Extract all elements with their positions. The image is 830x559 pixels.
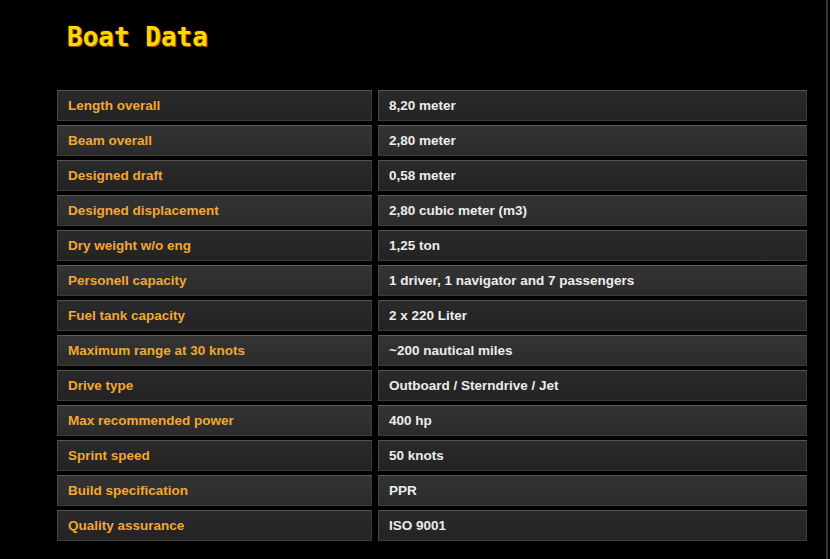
table-row: Fuel tank capacity 2 x 220 Liter — [57, 300, 807, 331]
spec-value: 1,25 ton — [378, 230, 807, 261]
spec-value: 2,80 meter — [378, 125, 807, 156]
table-row: Length overall 8,20 meter — [57, 90, 807, 121]
spec-label: Sprint speed — [57, 440, 372, 471]
page-title: Boat Data — [67, 22, 208, 53]
spec-label: Dry weight w/o eng — [57, 230, 372, 261]
spec-label: Personell capacity — [57, 265, 372, 296]
spec-label: Designed displacement — [57, 195, 372, 226]
spec-label: Drive type — [57, 370, 372, 401]
spec-label: Max recommended power — [57, 405, 372, 436]
spec-value: 50 knots — [378, 440, 807, 471]
spec-value: 0,58 meter — [378, 160, 807, 191]
spec-value: PPR — [378, 475, 807, 506]
table-row: Maximum range at 30 knots ~200 nautical … — [57, 335, 807, 366]
spec-value: 2 x 220 Liter — [378, 300, 807, 331]
table-row: Sprint speed 50 knots — [57, 440, 807, 471]
spec-value: Outboard / Sterndrive / Jet — [378, 370, 807, 401]
boat-data-table: Length overall 8,20 meter Beam overall 2… — [57, 90, 807, 545]
right-edge-line — [826, 0, 828, 559]
spec-label: Maximum range at 30 knots — [57, 335, 372, 366]
spec-value: ISO 9001 — [378, 510, 807, 541]
spec-value: 8,20 meter — [378, 90, 807, 121]
table-row: Dry weight w/o eng 1,25 ton — [57, 230, 807, 261]
spec-label: Beam overall — [57, 125, 372, 156]
page: Boat Data Length overall 8,20 meter Beam… — [0, 0, 830, 559]
spec-value: 1 driver, 1 navigator and 7 passengers — [378, 265, 807, 296]
spec-label: Designed draft — [57, 160, 372, 191]
spec-label: Length overall — [57, 90, 372, 121]
table-row: Quality assurance ISO 9001 — [57, 510, 807, 541]
table-row: Max recommended power 400 hp — [57, 405, 807, 436]
spec-value: 2,80 cubic meter (m3) — [378, 195, 807, 226]
table-row: Beam overall 2,80 meter — [57, 125, 807, 156]
spec-label: Quality assurance — [57, 510, 372, 541]
spec-value: 400 hp — [378, 405, 807, 436]
table-row: Drive type Outboard / Sterndrive / Jet — [57, 370, 807, 401]
spec-value: ~200 nautical miles — [378, 335, 807, 366]
table-row: Designed draft 0,58 meter — [57, 160, 807, 191]
table-row: Build specification PPR — [57, 475, 807, 506]
table-row: Personell capacity 1 driver, 1 navigator… — [57, 265, 807, 296]
table-row: Designed displacement 2,80 cubic meter (… — [57, 195, 807, 226]
spec-label: Build specification — [57, 475, 372, 506]
spec-label: Fuel tank capacity — [57, 300, 372, 331]
